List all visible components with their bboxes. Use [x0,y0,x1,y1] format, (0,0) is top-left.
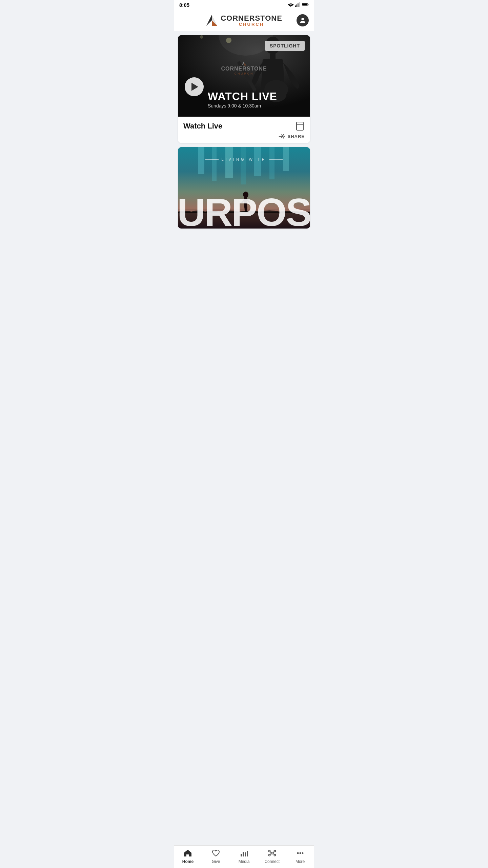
battery-icon [302,3,309,7]
svg-marker-21 [242,61,244,65]
wifi-icon [288,2,294,7]
spotlight-image[interactable]: SPOTLIGHT CORNERSTONE CHURCH [178,35,310,117]
svg-rect-6 [308,4,309,5]
logo-cornerstone: CORNERSTONE [221,15,282,22]
card-title-row: Watch Live [183,121,305,131]
card-info: Watch Live SHARE [178,117,310,143]
svg-rect-3 [298,3,298,7]
profile-icon [299,17,306,24]
svg-point-20 [200,35,203,39]
svg-rect-1 [295,5,296,7]
status-bar: 8:05 [174,0,314,9]
status-icons [288,2,309,7]
bookmark-icon [296,121,304,131]
svg-rect-30 [254,147,261,176]
purpose-big-text: URPOS [178,193,310,229]
svg-rect-29 [241,147,246,184]
svg-rect-27 [212,147,217,181]
signal-icon [295,2,301,7]
svg-point-11 [301,18,304,20]
status-time: 8:05 [179,2,189,8]
svg-rect-31 [269,147,274,179]
svg-rect-2 [297,4,297,7]
svg-point-0 [290,6,291,7]
share-label: SHARE [287,134,305,139]
profile-button[interactable] [297,14,309,26]
svg-rect-26 [198,147,204,174]
svg-marker-8 [206,15,212,26]
watch-live-subtitle: Sundays 9:00 & 10:30am [208,103,277,108]
watch-live-title: WATCH LIVE [208,91,277,102]
logo-text: CORNERSTONE CHURCH [221,15,282,26]
living-with-text: LIVING WITH [205,157,283,161]
purpose-card[interactable]: LIVING WITH URPOS [178,147,310,229]
watch-live-overlay: WATCH LIVE Sundays 9:00 & 10:30am [208,91,277,108]
spotlight-badge: SPOTLIGHT [265,41,305,51]
cornerstone-logo-icon [206,14,218,26]
logo-church: CHURCH [221,22,282,26]
card-actions: SHARE [183,133,305,140]
app-header: CORNERSTONE CHURCH [174,9,314,31]
spotlight-card: SPOTLIGHT CORNERSTONE CHURCH [178,35,310,143]
play-triangle-icon [191,83,198,91]
svg-rect-32 [283,147,289,171]
wm-church: CHURCH [234,72,253,75]
main-content: SPOTLIGHT CORNERSTONE CHURCH [174,31,314,256]
app-logo: CORNERSTONE CHURCH [206,14,282,26]
svg-marker-10 [212,15,217,26]
svg-rect-7 [302,4,307,6]
svg-rect-23 [297,122,303,130]
bookmark-button[interactable] [295,121,305,131]
card-title: Watch Live [183,122,222,131]
svg-rect-28 [225,147,233,178]
svg-marker-22 [244,63,246,65]
wm-cornerstone: CORNERSTONE [221,66,267,72]
svg-rect-4 [299,2,300,7]
spotlight-badge-text: SPOTLIGHT [270,43,300,48]
play-button[interactable] [185,77,204,96]
share-button[interactable]: SHARE [278,133,305,140]
purpose-image: LIVING WITH URPOS [178,147,310,229]
video-watermark: CORNERSTONE CHURCH [221,60,267,75]
svg-point-19 [226,38,231,43]
share-icon [278,133,285,140]
